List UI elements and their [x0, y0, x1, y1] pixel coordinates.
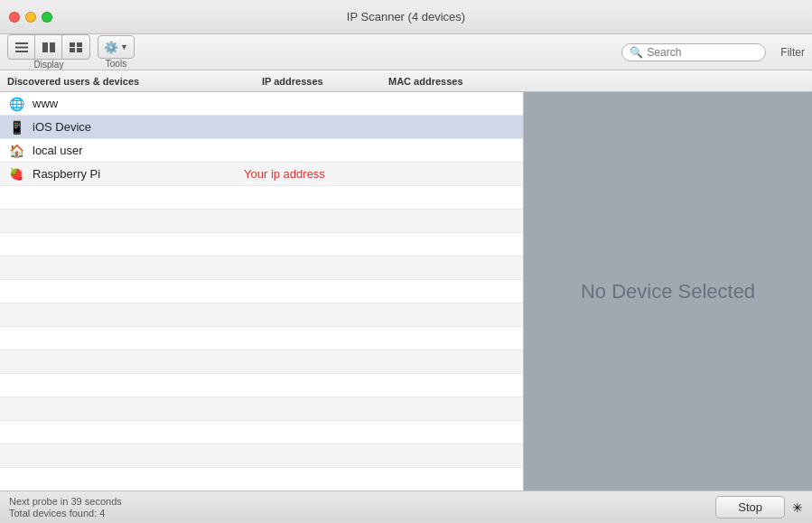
mac-column-header: MAC addresses [388, 76, 515, 87]
home-icon: 🏠 [5, 140, 27, 162]
status-bar: Next probe in 39 seconds Total devices f… [0, 490, 812, 523]
device-name: iOS Device [27, 120, 244, 134]
main-content: 🌐 www 📱 iOS Device 🏠 local user 🍓 Raspbe… [0, 92, 812, 490]
device-name: www [27, 97, 244, 110]
svg-rect-5 [70, 42, 75, 47]
search-input[interactable] [647, 46, 758, 59]
search-container[interactable]: 🔍 [621, 43, 766, 61]
www-icon: 🌐 [5, 93, 27, 115]
ios-icon: 📱 [5, 117, 27, 138]
table-row[interactable]: 🏠 local user [0, 139, 523, 163]
device-name: Raspberry Pi [27, 167, 244, 181]
empty-row [0, 350, 523, 374]
close-button[interactable] [9, 12, 20, 23]
empty-row [0, 397, 523, 421]
raspberry-icon: 🍓 [5, 163, 27, 185]
table-row[interactable]: 🌐 www [0, 92, 523, 116]
empty-row [0, 468, 523, 490]
display-group: Display [7, 34, 90, 70]
empty-row [0, 186, 523, 210]
total-status: Total devices found: 4 [9, 508, 708, 518]
right-panel: No Device Selected [524, 92, 812, 490]
empty-row [0, 421, 523, 444]
layout-grid-button[interactable] [62, 35, 89, 59]
no-device-label: No Device Selected [581, 280, 755, 304]
tools-group: ⚙️ ▼ Tools [98, 35, 135, 69]
gear-icon: ⚙️ [104, 41, 118, 54]
maximize-button[interactable] [42, 12, 52, 23]
empty-row [0, 210, 523, 233]
search-icon: 🔍 [630, 46, 643, 59]
layout-buttons [7, 34, 90, 60]
window-title: IP Scanner (4 devices) [347, 10, 465, 23]
svg-rect-8 [77, 48, 82, 52]
devices-column-header: Discovered users & devices [0, 76, 262, 87]
empty-row [0, 327, 523, 350]
status-text: Next probe in 39 seconds Total devices f… [9, 496, 708, 518]
display-label: Display [34, 61, 64, 70]
empty-row [0, 304, 523, 327]
empty-row [0, 280, 523, 304]
device-ip: Your ip address [244, 167, 370, 181]
ip-column-header: IP addresses [262, 76, 388, 87]
table-row[interactable]: 📱 iOS Device [0, 116, 523, 139]
stop-button[interactable]: Stop [715, 496, 785, 518]
svg-rect-6 [77, 42, 82, 47]
svg-rect-7 [70, 48, 75, 52]
minimize-button[interactable] [25, 12, 36, 23]
filter-label: Filter [780, 46, 805, 59]
layout-columns-button[interactable] [35, 35, 62, 59]
svg-rect-3 [42, 42, 48, 52]
table-row[interactable]: 🍓 Raspberry Pi Your ip address [0, 163, 523, 186]
empty-row [0, 233, 523, 257]
empty-row [0, 257, 523, 280]
svg-rect-0 [15, 42, 28, 44]
tools-label: Tools [106, 60, 126, 69]
tools-dropdown-arrow: ▼ [120, 42, 128, 51]
window-controls [9, 12, 52, 23]
svg-rect-2 [15, 51, 28, 52]
device-name: local user [27, 144, 244, 157]
toolbar: Display ⚙️ ▼ Tools 🔍 Filter [0, 34, 812, 70]
title-bar: IP Scanner (4 devices) [0, 0, 812, 34]
probe-status: Next probe in 39 seconds [9, 496, 708, 507]
column-headers: Discovered users & devices IP addresses … [0, 70, 812, 92]
empty-row [0, 444, 523, 468]
svg-rect-1 [15, 46, 28, 48]
tools-button[interactable]: ⚙️ ▼ [98, 35, 135, 59]
spinner-icon: ✳ [792, 500, 803, 515]
svg-rect-4 [50, 42, 55, 52]
empty-row [0, 374, 523, 397]
device-list: 🌐 www 📱 iOS Device 🏠 local user 🍓 Raspbe… [0, 92, 524, 490]
layout-list-button[interactable] [8, 35, 35, 59]
